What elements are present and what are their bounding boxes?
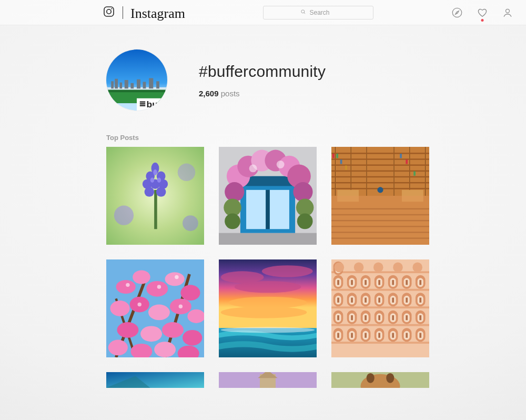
svg-point-145 bbox=[412, 263, 422, 273]
svg-point-131 bbox=[221, 327, 315, 333]
svg-point-102 bbox=[133, 270, 150, 284]
post-thumbnail[interactable] bbox=[219, 372, 317, 388]
post-count: 2,609 posts bbox=[199, 89, 326, 98]
post-count-number: 2,609 bbox=[199, 89, 219, 98]
svg-point-28 bbox=[178, 164, 195, 181]
svg-point-29 bbox=[183, 215, 198, 231]
svg-point-104 bbox=[165, 272, 185, 286]
svg-rect-25 bbox=[140, 102, 145, 103]
svg-point-105 bbox=[180, 285, 200, 301]
svg-point-101 bbox=[116, 280, 136, 294]
svg-point-114 bbox=[183, 330, 202, 346]
svg-point-143 bbox=[373, 263, 383, 273]
nav-icons bbox=[451, 7, 513, 18]
hashtag-header: bu #buffercommunity 2,609 posts bbox=[0, 49, 526, 111]
svg-point-5 bbox=[452, 8, 461, 17]
svg-rect-43 bbox=[219, 233, 317, 245]
svg-point-112 bbox=[140, 326, 162, 342]
user-icon[interactable] bbox=[502, 7, 513, 18]
svg-point-119 bbox=[126, 283, 129, 287]
hashtag-meta: #buffercommunity 2,609 posts bbox=[199, 63, 326, 98]
svg-rect-15 bbox=[125, 80, 128, 88]
brand-wordmark: Instagram bbox=[130, 7, 185, 21]
compass-icon[interactable] bbox=[451, 7, 463, 18]
svg-rect-84 bbox=[413, 172, 416, 176]
svg-point-125 bbox=[221, 271, 264, 283]
svg-point-3 bbox=[301, 9, 305, 13]
svg-rect-48 bbox=[266, 190, 269, 229]
svg-rect-93 bbox=[331, 214, 429, 215]
post-thumbnail[interactable] bbox=[331, 147, 429, 245]
svg-rect-24 bbox=[140, 103, 145, 104]
svg-rect-23 bbox=[140, 105, 145, 106]
svg-point-7 bbox=[506, 9, 510, 13]
svg-point-37 bbox=[145, 187, 155, 197]
svg-point-27 bbox=[114, 206, 134, 225]
svg-point-106 bbox=[110, 301, 129, 316]
post-thumbnail[interactable] bbox=[331, 259, 429, 357]
post-thumbnail[interactable] bbox=[106, 147, 204, 245]
svg-rect-17 bbox=[137, 79, 140, 88]
post-thumbnail[interactable] bbox=[106, 372, 204, 388]
post-count-label: posts bbox=[221, 89, 240, 98]
post-thumbnail[interactable] bbox=[106, 259, 204, 357]
heart-icon[interactable] bbox=[477, 7, 488, 18]
svg-rect-81 bbox=[345, 165, 347, 169]
svg-point-103 bbox=[146, 281, 168, 297]
search-input[interactable] bbox=[309, 9, 336, 16]
svg-rect-46 bbox=[246, 190, 266, 229]
post-thumbnail[interactable] bbox=[331, 372, 429, 388]
svg-point-111 bbox=[117, 322, 138, 338]
svg-rect-72 bbox=[331, 158, 429, 159]
svg-rect-95 bbox=[337, 196, 359, 202]
brand-lockup[interactable]: Instagram bbox=[103, 5, 185, 20]
svg-rect-134 bbox=[331, 289, 429, 291]
svg-rect-86 bbox=[402, 190, 423, 196]
svg-rect-20 bbox=[156, 81, 159, 88]
svg-point-121 bbox=[175, 275, 178, 279]
page-content: bu #buffercommunity 2,609 posts Top Post… bbox=[0, 25, 526, 388]
post-thumbnail[interactable] bbox=[219, 147, 317, 245]
svg-rect-16 bbox=[130, 83, 134, 88]
svg-rect-78 bbox=[332, 154, 335, 158]
svg-rect-94 bbox=[331, 208, 429, 209]
svg-point-40 bbox=[150, 178, 154, 183]
svg-point-55 bbox=[225, 182, 244, 202]
svg-rect-89 bbox=[331, 237, 429, 238]
svg-rect-91 bbox=[331, 226, 429, 227]
svg-point-61 bbox=[249, 164, 257, 172]
svg-point-60 bbox=[297, 213, 313, 229]
svg-rect-83 bbox=[406, 159, 408, 164]
section-top-posts-label: Top Posts bbox=[106, 134, 526, 142]
svg-point-122 bbox=[138, 303, 141, 306]
svg-rect-96 bbox=[402, 196, 423, 202]
svg-point-144 bbox=[393, 263, 403, 273]
instagram-glyph-icon bbox=[103, 5, 115, 20]
svg-point-59 bbox=[225, 213, 240, 229]
svg-point-2 bbox=[111, 8, 112, 9]
svg-rect-80 bbox=[340, 159, 342, 164]
svg-point-113 bbox=[162, 322, 184, 338]
svg-rect-0 bbox=[104, 7, 114, 16]
svg-rect-11 bbox=[106, 90, 167, 93]
svg-rect-79 bbox=[336, 154, 338, 158]
svg-rect-92 bbox=[331, 220, 429, 221]
svg-rect-85 bbox=[337, 190, 359, 196]
hashtag-title: #buffercommunity bbox=[199, 63, 326, 81]
svg-rect-71 bbox=[331, 153, 429, 154]
svg-point-142 bbox=[354, 263, 364, 273]
svg-point-123 bbox=[179, 305, 183, 308]
svg-point-117 bbox=[154, 342, 176, 357]
svg-point-87 bbox=[377, 187, 383, 193]
svg-marker-6 bbox=[456, 11, 459, 14]
post-thumbnail[interactable] bbox=[219, 259, 317, 357]
svg-rect-136 bbox=[331, 324, 429, 326]
svg-rect-13 bbox=[115, 79, 118, 89]
svg-point-56 bbox=[293, 182, 312, 202]
svg-rect-47 bbox=[270, 190, 289, 229]
svg-point-38 bbox=[156, 187, 166, 197]
search-box[interactable] bbox=[263, 6, 373, 19]
svg-rect-19 bbox=[149, 78, 153, 89]
svg-point-62 bbox=[277, 161, 285, 168]
svg-rect-135 bbox=[331, 306, 429, 308]
